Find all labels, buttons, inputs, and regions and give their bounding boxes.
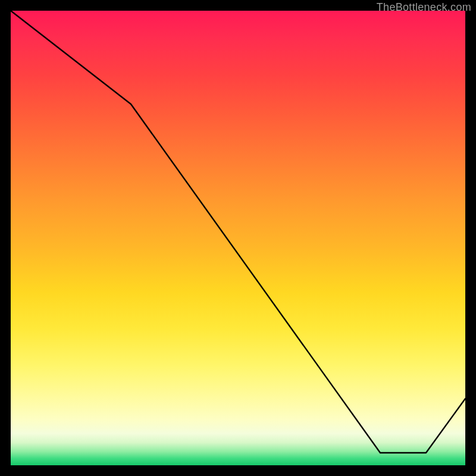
watermark-text: TheBottleneck.com — [377, 1, 471, 14]
gradient-plot-area — [11, 11, 465, 465]
chart-frame: TheBottleneck.com — [0, 0, 476, 476]
